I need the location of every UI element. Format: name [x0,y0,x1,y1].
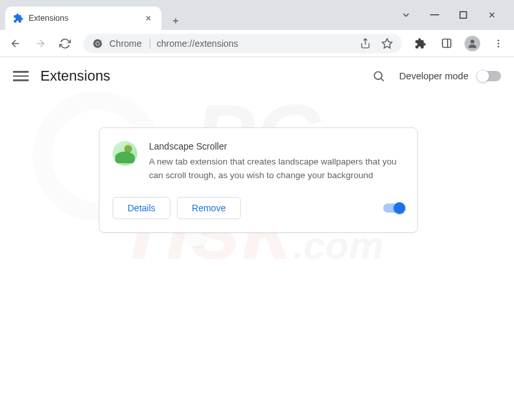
extension-puzzle-icon [13,13,23,23]
avatar-icon [465,36,480,51]
close-window-button[interactable] [485,8,498,21]
extension-app-icon [113,141,137,166]
svg-point-10 [374,72,382,79]
developer-mode-control: Developer mode [399,71,501,81]
card-footer: Details Remove [113,197,404,219]
side-panel-icon[interactable] [436,33,457,54]
omnibox-actions [360,38,393,49]
profile-avatar[interactable] [462,33,483,54]
svg-point-9 [498,46,500,47]
extension-enabled-toggle[interactable] [383,203,404,213]
details-button[interactable]: Details [113,197,170,219]
menu-dots-icon[interactable] [488,33,509,54]
share-icon[interactable] [360,38,371,49]
extensions-header: Extensions Developer mode [0,57,514,95]
svg-point-6 [470,40,474,44]
extension-name: Landscape Scroller [149,141,404,151]
close-tab-icon[interactable] [143,13,154,23]
window-controls [399,0,509,30]
developer-mode-toggle[interactable] [478,71,501,81]
developer-mode-label: Developer mode [399,71,468,81]
chrome-icon [92,38,103,49]
browser-tab[interactable]: Extensions [5,7,161,30]
svg-point-7 [498,40,500,42]
maximize-button[interactable] [457,8,470,21]
hamburger-menu-icon[interactable] [13,68,29,84]
svg-point-4 [96,42,100,45]
url-text: chrome://extensions [157,38,238,49]
svg-rect-1 [460,12,467,18]
header-right: Developer mode [371,68,501,84]
reload-button[interactable] [55,33,75,54]
extension-description: A new tab extension that creates landsca… [149,155,404,183]
bookmark-star-icon[interactable] [381,38,393,49]
search-icon[interactable] [371,68,386,84]
page-title: Extensions [40,68,111,85]
chevron-down-icon[interactable] [399,8,413,21]
card-body: Landscape Scroller A new tab extension t… [113,141,404,183]
minimize-button[interactable] [428,8,441,21]
extensions-content: Landscape Scroller A new tab extension t… [0,95,514,233]
window-titlebar: Extensions [0,0,514,30]
svg-rect-5 [442,39,451,47]
forward-button[interactable] [30,33,51,54]
new-tab-button[interactable] [167,12,185,30]
extensions-puzzle-icon[interactable] [410,33,431,54]
remove-button[interactable]: Remove [177,197,241,219]
url-prefix: Chrome [109,38,150,49]
svg-rect-0 [430,14,439,16]
card-text: Landscape Scroller A new tab extension t… [149,141,404,183]
tab-title: Extensions [29,14,138,23]
browser-toolbar: Chrome chrome://extensions [0,30,514,57]
toolbar-right [410,33,509,54]
extension-card: Landscape Scroller A new tab extension t… [99,127,418,233]
address-bar[interactable]: Chrome chrome://extensions [83,34,402,53]
back-button[interactable] [5,33,26,54]
svg-point-8 [498,42,500,44]
